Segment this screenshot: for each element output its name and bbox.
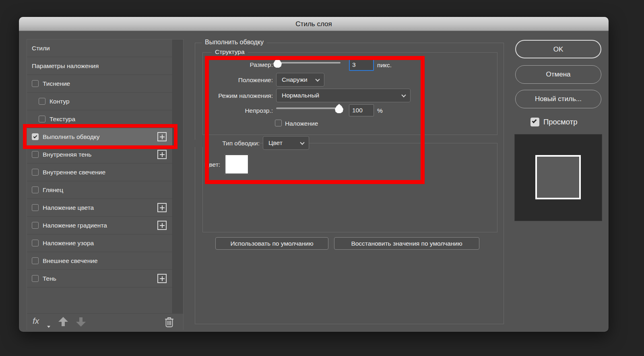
add-effect-plus-button[interactable] — [157, 221, 167, 230]
dialog-title: Стиль слоя — [295, 20, 332, 28]
add-effect-plus-button[interactable] — [157, 203, 167, 212]
overprint-label: Наложение — [285, 120, 318, 127]
sidebar-item-label: Стили — [32, 45, 50, 52]
sidebar-item[interactable]: Выполнить обводку — [27, 128, 173, 146]
sidebar-item[interactable]: Тиснение — [27, 75, 173, 93]
sidebar-item[interactable]: Наложение градиента — [27, 217, 173, 234]
styles-sidebar: СтилиПараметры наложенияТиснениеКонтурТе… — [27, 39, 184, 330]
sidebar-item[interactable]: Тень — [27, 270, 173, 288]
sidebar-scrollbar[interactable] — [172, 39, 183, 313]
chevron-down-icon — [315, 77, 320, 81]
style-preview-thumbnail — [535, 155, 581, 199]
layer-style-dialog: Стиль слоя СтилиПараметры наложенияТисне… — [19, 17, 609, 332]
stroke-type-dropdown[interactable]: Цвет — [263, 136, 309, 150]
stroke-group-title: Выполнить обводку — [202, 39, 267, 46]
color-label: Цвет: — [204, 161, 220, 168]
ok-button[interactable]: OK — [515, 40, 601, 58]
sidebar-item-label: Тиснение — [43, 80, 70, 87]
add-effect-plus-button[interactable] — [157, 274, 167, 283]
effect-enabled-checkbox[interactable] — [32, 257, 39, 264]
effect-enabled-checkbox[interactable] — [32, 133, 39, 140]
stroke-type-value: Цвет — [268, 139, 283, 146]
sidebar-item-label: Внутреннее свечение — [43, 169, 105, 176]
preview-checkbox-label: Просмотр — [543, 118, 578, 126]
check-icon — [33, 134, 37, 138]
move-effect-up-button[interactable] — [58, 317, 68, 327]
sidebar-item-label: Наложение узора — [43, 240, 94, 247]
opacity-input[interactable]: 100 — [349, 104, 374, 116]
new-style-button[interactable]: Новый стиль... — [515, 90, 601, 108]
effect-enabled-checkbox[interactable] — [39, 116, 45, 122]
add-effect-plus-button[interactable] — [157, 150, 167, 159]
sidebar-item[interactable]: Стили — [27, 39, 173, 57]
arrow-up-icon — [58, 317, 68, 322]
chevron-down-icon — [401, 93, 406, 97]
delete-effect-button[interactable] — [165, 316, 174, 329]
arrow-down-icon — [76, 322, 86, 327]
move-effect-down-button[interactable] — [76, 317, 86, 327]
effect-enabled-checkbox[interactable] — [39, 98, 45, 105]
blend-mode-label: Режим наложения: — [200, 92, 273, 99]
stroke-type-label: Тип обводки: — [187, 140, 260, 147]
make-default-button[interactable]: Использовать по умолчанию — [215, 237, 328, 250]
effect-enabled-checkbox[interactable] — [32, 275, 39, 282]
position-value: Снаружи — [282, 76, 308, 83]
sidebar-item-label: Наложение цвета — [43, 204, 94, 211]
sidebar-item[interactable]: Наложение узора — [27, 234, 173, 252]
sidebar-item[interactable]: Текстура — [27, 110, 173, 128]
opacity-slider-track[interactable] — [276, 108, 341, 109]
trash-icon — [165, 316, 174, 327]
effect-enabled-checkbox[interactable] — [32, 80, 39, 87]
effect-enabled-checkbox[interactable] — [32, 151, 39, 158]
opacity-label: Непрозр.: — [200, 107, 273, 114]
blend-mode-value: Нормальный — [282, 92, 319, 99]
chevron-down-icon — [300, 140, 304, 145]
sidebar-footer-toolbar: fx — [27, 313, 183, 330]
cancel-button[interactable]: Отмена — [515, 65, 601, 84]
sidebar-item-label: Внутренняя тень — [43, 151, 91, 158]
sidebar-item-label: Наложение градиента — [43, 222, 107, 229]
sidebar-item[interactable]: Внутренняя тень — [27, 146, 173, 164]
opacity-unit-label: % — [377, 107, 383, 114]
sidebar-item-label: Внешнее свечение — [43, 257, 98, 265]
sidebar-item[interactable]: Наложение цвета — [27, 199, 173, 217]
size-unit-label: пикс. — [377, 62, 392, 69]
size-input[interactable]: 3 — [349, 59, 374, 71]
overprint-checkbox[interactable] — [275, 120, 282, 126]
sidebar-item-label: Контур — [50, 98, 70, 105]
preview-checkbox[interactable] — [530, 118, 539, 126]
styles-list: СтилиПараметры наложенияТиснениеКонтурТе… — [27, 39, 173, 288]
blend-mode-dropdown[interactable]: Нормальный — [276, 89, 411, 102]
sidebar-item[interactable]: Внешнее свечение — [27, 252, 173, 270]
sidebar-item-label: Выполнить обводку — [43, 133, 99, 141]
sidebar-item-label: Тень — [43, 275, 56, 282]
effect-enabled-checkbox[interactable] — [32, 186, 39, 193]
effect-enabled-checkbox[interactable] — [32, 169, 39, 176]
position-label: Положение: — [200, 77, 273, 84]
sidebar-item[interactable]: Контур — [27, 93, 173, 110]
position-dropdown[interactable]: Снаружи — [276, 73, 324, 87]
sidebar-item-label: Текстура — [50, 116, 75, 123]
effect-enabled-checkbox[interactable] — [32, 222, 39, 229]
size-label: Размер: — [200, 61, 273, 68]
sidebar-item-label: Параметры наложения — [32, 62, 99, 70]
style-preview-panel — [514, 134, 602, 221]
sidebar-item[interactable]: Параметры наложения — [27, 57, 173, 75]
effect-enabled-checkbox[interactable] — [32, 204, 39, 211]
dialog-titlebar[interactable]: Стиль слоя — [19, 17, 609, 31]
size-slider-track[interactable] — [276, 62, 341, 64]
check-icon — [532, 118, 537, 123]
fx-menu-button[interactable]: fx — [33, 316, 39, 326]
structure-group-title: Структура — [212, 48, 248, 56]
fx-caret-icon — [47, 326, 50, 328]
sidebar-item-label: Глянец — [43, 186, 63, 194]
effect-enabled-checkbox[interactable] — [32, 240, 39, 246]
sidebar-item[interactable]: Глянец — [27, 181, 173, 199]
stroke-color-swatch[interactable] — [225, 155, 248, 174]
add-effect-plus-button[interactable] — [157, 132, 167, 141]
sidebar-item[interactable]: Внутреннее свечение — [27, 164, 173, 181]
reset-default-button[interactable]: Восстановить значения по умолчанию — [334, 237, 479, 250]
